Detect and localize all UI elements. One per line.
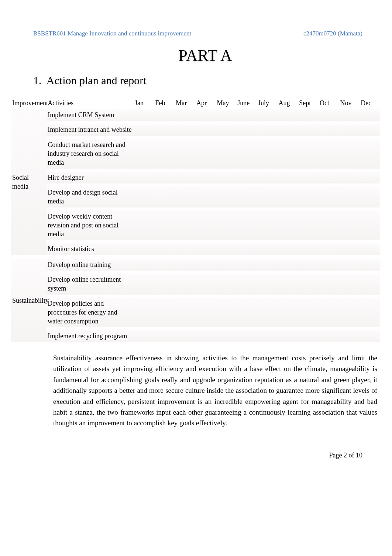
page-header: BSBSTR601 Manage Innovation and continuo… [33,30,377,38]
month-cell [236,259,257,271]
month-cell [298,139,319,169]
month-cell [216,274,237,295]
month-cell [134,330,154,342]
month-cell [339,210,360,240]
month-cell [278,186,298,207]
table-row: Develop policies and procedures for ener… [11,298,380,327]
month-cell [195,298,216,327]
month-cell [257,330,278,342]
month-cell [175,274,195,295]
month-cell [134,259,154,271]
month-cell [236,109,257,121]
month-cell [339,259,360,271]
month-cell [319,259,339,271]
month-cell [216,124,237,135]
month-cell [257,124,278,135]
col-month: June [236,97,257,109]
page-total: 10 [356,452,362,459]
col-month: Sept [298,97,319,109]
month-cell [298,298,319,327]
action-plan-table: Improvement Activities Jan Feb Mar Apr M… [11,97,380,342]
month-cell [134,274,154,295]
month-cell [195,109,216,121]
table-row: Conduct market research and industry res… [11,139,380,169]
activity-cell: Hire designer [47,172,134,183]
month-cell [175,298,195,327]
month-cell [339,139,360,169]
month-cell [134,139,154,169]
month-cell [257,259,278,271]
month-cell [216,109,237,121]
improvement-cell: Sustainability [11,259,47,342]
activity-cell: Implement recycling program [47,330,134,342]
month-cell [195,172,216,183]
month-cell [319,330,339,342]
activity-cell: Develop and design social media [47,186,134,207]
col-month: Feb [154,97,175,109]
month-cell [195,259,216,271]
col-month: Oct [319,97,339,109]
col-month: May [216,97,237,109]
sustainability-paragraph: Sustainability assurance effectiveness i… [33,353,377,429]
month-cell [360,243,380,255]
month-cell [360,139,380,169]
activity-cell: Develop online recruitment system [47,274,134,295]
month-cell [278,243,298,255]
student-id: c2470m0720 (Mamata) [303,30,362,38]
month-cell [319,124,339,135]
month-cell [298,186,319,207]
month-cell [339,298,360,327]
section-heading: 1. Action plan and report [33,73,377,88]
course-code: BSBSTR601 Manage Innovation and continuo… [33,30,191,38]
table-row: Hire designer [11,172,380,183]
table-row: Develop weekly content revision and post… [11,210,380,240]
month-cell [154,109,175,121]
month-cell [195,186,216,207]
month-cell [360,210,380,240]
month-cell [298,274,319,295]
month-cell [236,186,257,207]
month-cell [154,186,175,207]
month-cell [154,124,175,135]
col-month: Dec [360,97,380,109]
month-cell [154,243,175,255]
month-cell [195,124,216,135]
month-cell [175,124,195,135]
month-cell [360,259,380,271]
col-month: Mar [175,97,195,109]
month-cell [154,330,175,342]
month-cell [175,259,195,271]
month-cell [154,259,175,271]
month-cell [298,259,319,271]
col-month: Nov [339,97,360,109]
month-cell [216,243,237,255]
month-cell [360,274,380,295]
month-cell [298,210,319,240]
month-cell [319,172,339,183]
col-month: Jan [134,97,154,109]
month-cell [195,210,216,240]
month-cell [195,243,216,255]
month-cell [360,330,380,342]
month-cell [298,172,319,183]
section-title-text: Action plan and report [47,74,147,86]
month-cell [278,172,298,183]
col-activities: Activities [47,97,134,109]
month-cell [319,243,339,255]
month-cell [339,186,360,207]
month-cell [236,274,257,295]
month-cell [236,172,257,183]
month-cell [298,243,319,255]
month-cell [134,210,154,240]
month-cell [236,330,257,342]
month-cell [175,109,195,121]
activity-cell: Develop policies and procedures for ener… [47,298,134,327]
month-cell [319,274,339,295]
month-cell [360,186,380,207]
month-cell [278,139,298,169]
month-cell [278,274,298,295]
month-cell [360,172,380,183]
month-cell [216,298,237,327]
month-cell [154,298,175,327]
month-cell [278,109,298,121]
